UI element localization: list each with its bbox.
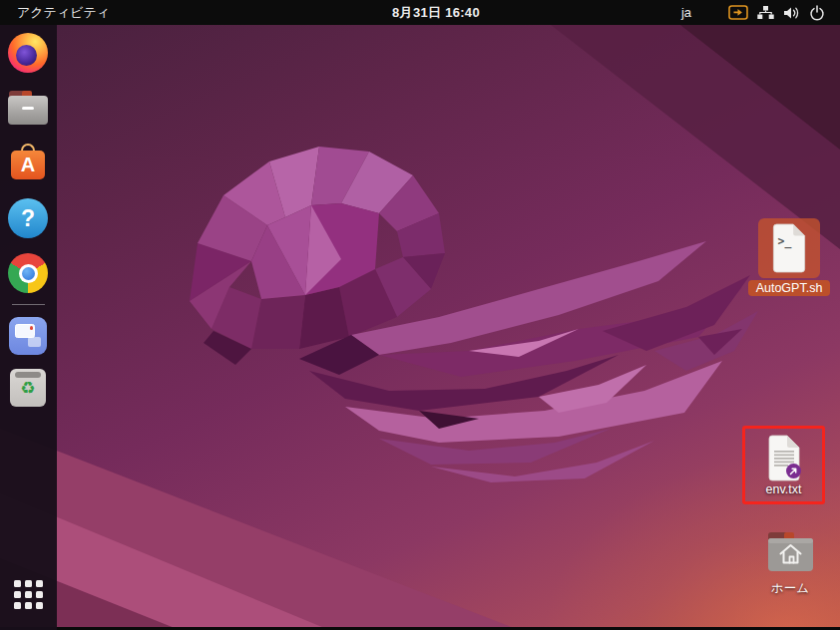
symlink-emblem-icon	[786, 464, 801, 478]
dock-item-window-app[interactable]	[8, 316, 48, 356]
ubuntu-software-icon: A	[8, 143, 48, 182]
icon-label: env.txt	[766, 482, 802, 496]
network-wired-icon[interactable]	[757, 6, 774, 20]
wallpaper-jellyfish-art	[0, 0, 840, 630]
chrome-icon	[8, 253, 48, 293]
desktop-icon-home[interactable]: ホーム	[750, 531, 830, 597]
dock-item-chrome[interactable]	[8, 253, 48, 293]
firefox-icon	[8, 33, 48, 73]
home-folder-icon	[767, 531, 814, 578]
desktop-icon-autogpt-sh[interactable]: >_ AutoGPT.sh	[743, 218, 835, 296]
script-file-icon: >_	[758, 218, 820, 278]
dock-item-files[interactable]	[8, 88, 48, 128]
keyboard-layout-indicator[interactable]: ja	[681, 5, 691, 20]
text-file-icon	[766, 435, 802, 481]
volume-icon[interactable]	[783, 6, 800, 20]
help-icon: ?	[8, 198, 48, 238]
show-applications-button[interactable]	[14, 580, 43, 609]
clock-button[interactable]: 8月31日 16:40	[392, 4, 480, 22]
dock-item-trash[interactable]: ♻	[8, 368, 48, 408]
activities-button[interactable]: アクティビティ	[17, 4, 110, 22]
dock: A ? ♻	[0, 25, 57, 630]
files-icon	[8, 91, 48, 125]
ubuntu-desktop: アクティビティ 8月31日 16:40 ja	[0, 0, 840, 630]
dock-item-ubuntu-software[interactable]: A	[8, 143, 48, 182]
system-tray: ja	[681, 0, 825, 25]
icon-label: ホーム	[771, 580, 809, 597]
red-highlight-box: env.txt	[742, 426, 825, 504]
script-glyph: >_	[778, 234, 792, 249]
dock-item-firefox[interactable]	[8, 33, 48, 73]
top-bar: アクティビティ 8月31日 16:40 ja	[0, 0, 840, 25]
icon-label: AutoGPT.sh	[748, 280, 831, 296]
power-icon[interactable]	[809, 5, 825, 21]
desktop-icon-env-txt[interactable]: env.txt	[766, 435, 802, 496]
desktop-wallpaper	[0, 0, 840, 630]
screen-share-icon[interactable]	[728, 5, 748, 21]
trash-icon: ♻	[10, 369, 46, 407]
dock-divider	[12, 304, 45, 305]
window-app-icon	[9, 317, 47, 355]
dock-item-help[interactable]: ?	[8, 198, 48, 238]
